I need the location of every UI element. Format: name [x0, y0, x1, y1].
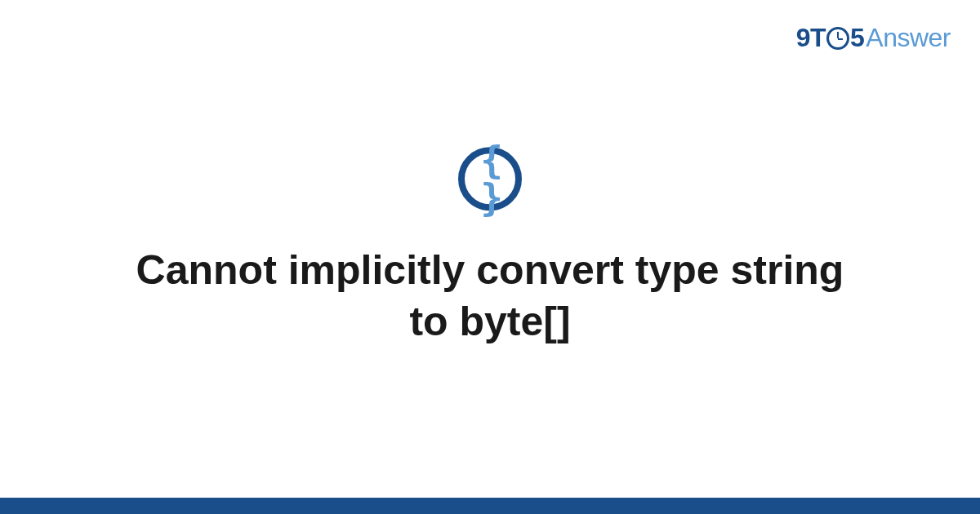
logo-part-t: T	[810, 23, 826, 53]
code-braces-icon: { }	[458, 147, 522, 210]
braces-glyph: { }	[465, 141, 515, 216]
logo-part-answer: Answer	[866, 23, 951, 53]
site-logo: 9 T 5 Answer	[796, 23, 951, 53]
logo-part-nine: 9	[796, 23, 810, 53]
footer-bar	[0, 498, 980, 514]
page-title: Cannot implicitly convert type string to…	[122, 245, 858, 347]
logo-part-five: 5	[850, 23, 864, 53]
main-content: { } Cannot implicitly convert type strin…	[0, 147, 980, 347]
clock-icon	[826, 27, 849, 50]
